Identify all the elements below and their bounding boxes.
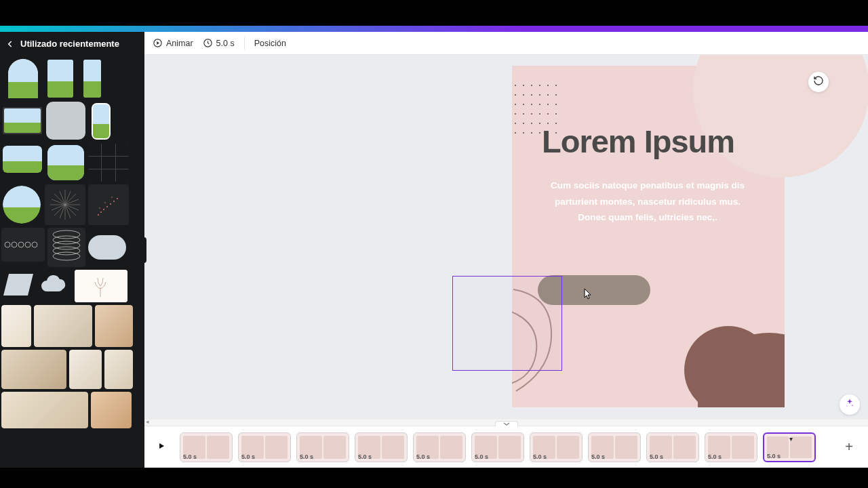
slide-thumb[interactable]: ▾ 5.0 s [763,432,816,462]
element-grid-icon[interactable] [88,144,129,182]
svg-point-17 [111,197,113,198]
element-pill-shape[interactable] [88,235,126,260]
main-area: Animar 5.0 s Posición [144,32,868,468]
elements-grid [0,57,144,468]
slide-thumb[interactable]: 5.0 s [471,432,524,462]
slide-thumb[interactable]: 5.0 s [646,432,699,462]
svg-point-21 [25,242,31,247]
element-parallelogram[interactable] [1,270,35,300]
slide-duration: 5.0 s [241,453,255,460]
element-photo-5[interactable] [69,350,102,389]
canvas-area[interactable]: Lorem Ipsum Cum sociis natoque penatibus… [144,55,868,419]
slide-thumb[interactable]: 5.0 s [238,432,291,462]
element-dome-frame[interactable] [4,58,42,99]
svg-point-15 [99,207,100,209]
canvas-body-text[interactable]: Cum sociis natoque penatibus et magnis d… [550,178,745,226]
svg-point-9 [100,211,102,213]
position-button[interactable]: Posición [254,39,286,48]
playhead-marker-icon[interactable]: ▾ [789,435,793,443]
toolbar-separator [244,37,245,49]
element-circle-frame[interactable] [1,184,42,225]
clock-icon [203,38,213,48]
duration-button[interactable]: 5.0 s [203,38,235,48]
plus-icon: + [845,439,853,455]
element-rounded-square[interactable] [46,102,85,140]
svg-point-32 [852,405,853,406]
play-icon [157,441,166,453]
slide-duration: 5.0 s [650,453,663,460]
back-arrow-icon[interactable] [5,39,15,49]
sidebar-title: Utilizado recientemente [20,39,119,49]
slide-duration: 5.0 s [533,453,547,460]
window-letterbox-bottom [0,468,868,488]
position-label: Posición [254,39,286,48]
add-slide-button[interactable]: + [837,435,861,460]
element-photo-flower[interactable] [75,270,127,302]
element-phone-frame[interactable] [88,102,114,141]
timeline-collapse-handle[interactable] [495,421,518,426]
app-title-bar-gradient [0,26,868,32]
element-portrait-frame[interactable] [45,58,76,99]
element-photo-6[interactable] [104,350,133,389]
animate-icon [153,38,163,48]
slide-thumb[interactable]: 5.0 s [355,432,408,462]
svg-point-10 [103,209,104,210]
slide-thumb[interactable]: 5.0 s [296,432,349,462]
window-letterbox-top [0,0,868,26]
element-landscape-card[interactable] [1,144,43,175]
slide-thumb[interactable]: 5.0 s [588,432,641,462]
element-tall-frame[interactable] [79,58,106,99]
svg-point-20 [18,242,24,247]
slide-duration: 5.0 s [183,453,197,460]
animate-label: Animar [166,39,193,48]
element-starburst-icon[interactable] [45,184,85,225]
slide-thumb[interactable]: 5.0 s [530,432,583,462]
element-coil-icon[interactable] [47,228,85,267]
svg-point-27 [53,252,80,260]
slide-duration: 5.0 s [358,453,372,460]
context-toolbar: Animar 5.0 s Posición [144,32,868,55]
element-photo-3[interactable] [95,305,133,347]
element-monitor-frame[interactable] [1,102,43,140]
decorative-blob [677,302,785,407]
element-cloud-shape[interactable] [38,270,72,300]
slide-thumb[interactable]: 5.0 s [413,432,466,462]
element-photo-2[interactable] [34,305,92,347]
timeline-strip: 5.0 s 5.0 s 5.0 s 5.0 s 5.0 s 5.0 s 5.0 … [144,426,868,468]
slide-duration: 5.0 s [591,453,605,460]
app-shell: Utilizado recientemente [0,32,868,468]
element-rounded-landscape[interactable] [46,144,85,182]
canvas-title-text[interactable]: Lorem Ipsum [542,123,734,160]
magic-assist-button[interactable] [840,394,860,415]
animate-button[interactable]: Animar [153,38,193,48]
element-photo-4[interactable] [1,350,66,389]
svg-point-12 [110,203,111,205]
mouse-cursor-icon [584,288,593,303]
svg-rect-29 [75,270,127,302]
sparkle-icon [844,398,855,411]
slide-thumb[interactable]: 5.0 s [180,432,233,462]
slide-duration: 5.0 s [475,453,488,460]
elements-sidebar: Utilizado recientemente [0,32,144,468]
refresh-button[interactable] [808,72,829,92]
sidebar-header[interactable]: Utilizado recientemente [0,32,144,57]
slide-duration: 5.0 s [300,453,313,460]
slide-duration: 5.0 s [708,453,722,460]
svg-point-11 [106,206,108,207]
element-photo-8[interactable] [91,392,132,428]
slide-thumb[interactable]: 5.0 s [705,432,757,462]
element-chain-divider-icon[interactable] [1,228,45,262]
svg-point-13 [113,201,115,202]
svg-point-22 [32,242,37,247]
element-photo-7[interactable] [1,392,88,428]
svg-point-8 [98,214,99,216]
svg-marker-28 [3,274,33,296]
play-button[interactable] [151,437,172,458]
duration-label: 5.0 s [216,39,235,48]
svg-point-19 [12,242,17,247]
refresh-icon [813,75,824,89]
sidebar-collapse-handle[interactable] [144,237,146,263]
element-dot-swirl-icon[interactable] [88,184,129,225]
element-photo-1[interactable] [1,305,31,347]
svg-point-18 [5,242,10,247]
